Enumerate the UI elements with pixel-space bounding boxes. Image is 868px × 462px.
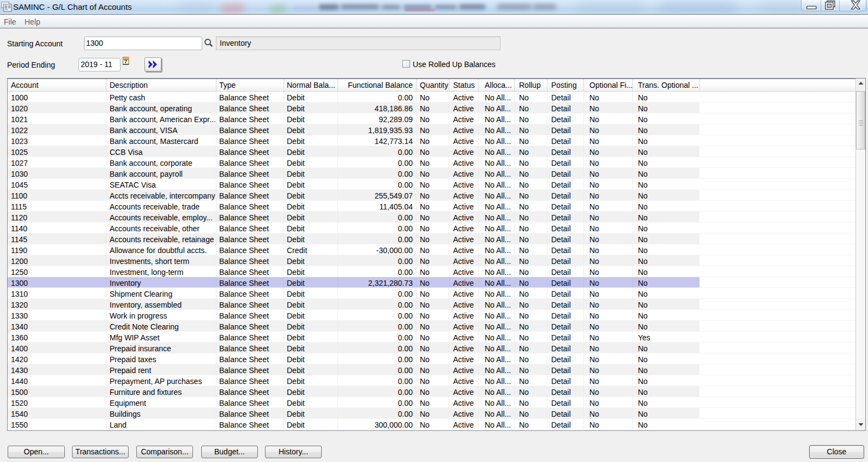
svg-text:7: 7 xyxy=(124,58,127,64)
